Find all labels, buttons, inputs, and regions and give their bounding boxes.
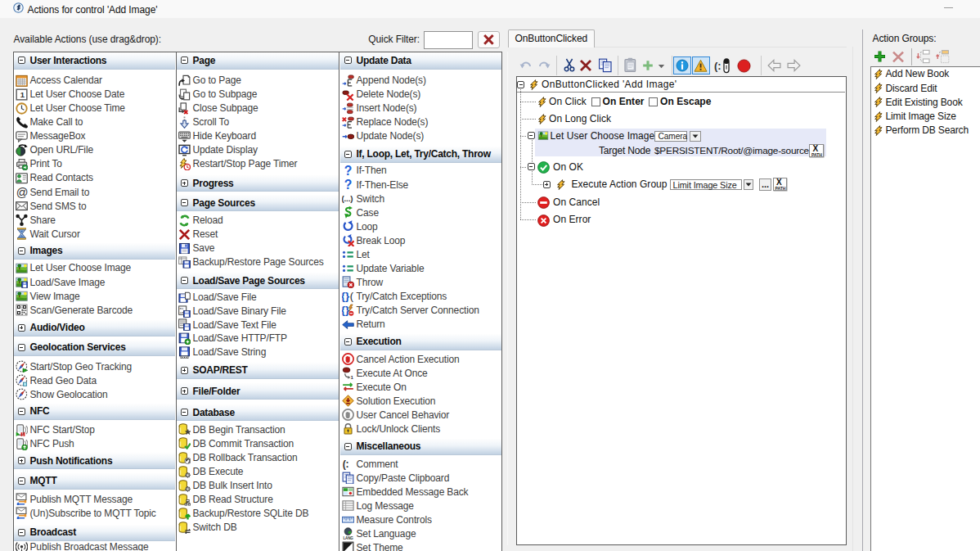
svg-text:(...): (...) [342,194,353,203]
svg-text:1: 1 [351,374,354,379]
svg-text:(: ( [350,291,354,303]
svg-text:{}: {} [342,291,349,303]
svg-text:1: 1 [20,90,25,99]
svg-text:@: @ [16,186,28,198]
svg-text:?: ? [344,178,352,191]
svg-text:?: ? [344,165,352,177]
svg-text:LANG: LANG [343,536,353,540]
svg-text:(:: (: [343,458,349,470]
svg-text:{}: {} [342,305,349,317]
